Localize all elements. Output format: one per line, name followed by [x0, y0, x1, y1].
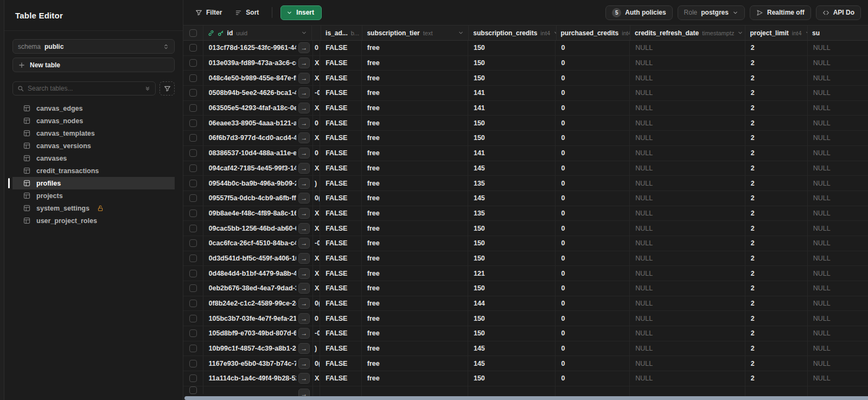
row-checkbox[interactable]	[189, 284, 197, 292]
expand-row-button[interactable]: →	[298, 268, 310, 279]
sidebar-item-canvas_versions[interactable]: canvas_versions	[12, 139, 175, 152]
cell-is_admin[interactable]: FALSE	[320, 236, 362, 251]
api-docs-button[interactable]: API Do	[816, 5, 861, 20]
expand-row-button[interactable]: →	[298, 358, 310, 369]
cell-purchased[interactable]: 0	[556, 221, 630, 236]
cell-frag[interactable]: X	[313, 101, 320, 116]
cell-id[interactable]: 013cf78d-1625-43fc-9961-442189...→	[203, 41, 313, 55]
role-select-button[interactable]: Role postgres	[678, 5, 745, 20]
row-checkbox[interactable]	[189, 44, 197, 52]
cell-frag[interactable]: )	[313, 341, 320, 356]
cell-id[interactable]: 0eb2b676-38ed-4ea7-9dad-38e6...→	[203, 281, 313, 296]
cell-tier[interactable]: free	[362, 191, 468, 206]
row-checkbox[interactable]	[189, 300, 197, 307]
cell-is_admin[interactable]: FALSE	[320, 146, 362, 161]
expand-row-button[interactable]: →	[298, 178, 310, 189]
expand-row-button[interactable]: →	[298, 328, 310, 339]
row-checkbox[interactable]	[189, 209, 197, 217]
cell-frag[interactable]: -0	[313, 326, 320, 341]
realtime-toggle-button[interactable]: Realtime off	[750, 5, 811, 20]
expand-row-button[interactable]: →	[298, 373, 310, 384]
cell-sub_credits[interactable]: 145	[468, 356, 556, 371]
chevron-down-icon[interactable]	[737, 30, 743, 36]
sidebar-item-system_settings[interactable]: system_settings	[12, 202, 175, 214]
expand-row-button[interactable]: →	[298, 313, 310, 324]
cell-tier[interactable]: free	[362, 296, 468, 311]
column-header-is-admin[interactable]: is_ad... b...	[321, 26, 362, 40]
row-checkbox[interactable]	[189, 180, 197, 187]
cell-is_admin[interactable]: FALSE	[320, 311, 362, 326]
cell-frag[interactable]: X	[313, 71, 320, 85]
cell-limit[interactable]: 2	[745, 296, 808, 311]
cell-tier[interactable]: free	[362, 206, 468, 221]
cell-frag[interactable]: 0(	[313, 191, 320, 206]
expand-row-button[interactable]: →	[298, 208, 310, 219]
cell-purchased[interactable]: 0	[556, 281, 630, 296]
cell-id[interactable]: 0d48e4d4-b1bf-4479-9a8b-4a4b...→	[203, 266, 313, 281]
cell-purchased[interactable]: 0	[556, 146, 630, 161]
cell-limit[interactable]: 2	[745, 251, 808, 266]
cell-is_admin[interactable]: FALSE	[320, 341, 362, 356]
cell-limit[interactable]: 2	[745, 116, 808, 130]
row-checkbox[interactable]	[189, 164, 197, 172]
horizontal-scrollbar[interactable]	[184, 396, 868, 400]
cell-limit[interactable]: 2	[745, 191, 808, 206]
cell-limit[interactable]: 2	[745, 206, 808, 221]
cell-id[interactable]: 11a114cb-1a4c-49f4-9b28-52219ec...→	[203, 371, 313, 386]
cell-refresh[interactable]: NULL	[630, 161, 745, 176]
sidebar-item-profiles[interactable]: profiles	[12, 177, 175, 189]
cell-last[interactable]: NULL	[808, 116, 868, 130]
cell-frag[interactable]: X	[313, 206, 320, 221]
cell-is_admin[interactable]: FALSE	[320, 251, 362, 266]
cell-last[interactable]: NULL	[808, 221, 868, 236]
cell-refresh[interactable]: NULL	[630, 356, 745, 371]
cell-refresh[interactable]: NULL	[630, 221, 745, 236]
cell-limit[interactable]: 2	[745, 86, 808, 100]
cell-is_admin[interactable]: FALSE	[320, 326, 362, 341]
row-checkbox[interactable]	[189, 386, 197, 394]
cell-sub_credits[interactable]: 145	[468, 161, 556, 176]
sidebar-item-canvas_nodes[interactable]: canvas_nodes	[12, 115, 175, 127]
cell-frag[interactable]: X	[313, 266, 320, 281]
cell-limit[interactable]: 2	[745, 41, 808, 55]
cell-is_admin[interactable]: FALSE	[320, 41, 362, 55]
cell-purchased[interactable]: 0	[556, 341, 630, 356]
cell-sub_credits[interactable]: 150	[468, 371, 556, 386]
cell-id[interactable]: 105d8bf9-e703-49bd-807d-645e...→	[203, 326, 313, 341]
cell-purchased[interactable]: 0	[556, 311, 630, 326]
sidebar-item-canvas_templates[interactable]: canvas_templates	[12, 127, 175, 139]
cell-limit[interactable]: 2	[745, 356, 808, 371]
cell-refresh[interactable]: NULL	[630, 116, 745, 130]
cell-is_admin[interactable]: FALSE	[320, 266, 362, 281]
cell-sub_credits[interactable]: 135	[468, 206, 556, 221]
cell-tier[interactable]: free	[362, 251, 468, 266]
cell-limit[interactable]: 2	[745, 71, 808, 85]
cell-refresh[interactable]: NULL	[630, 236, 745, 251]
cell-last[interactable]: NULL	[808, 281, 868, 296]
cell-frag[interactable]: X	[313, 251, 320, 266]
cell-purchased[interactable]: 0	[556, 56, 630, 71]
expand-row-button[interactable]: →	[298, 298, 310, 309]
cell-sub_credits[interactable]: 150	[468, 281, 556, 296]
cell-is_admin[interactable]: FALSE	[320, 296, 362, 311]
cell-sub_credits[interactable]: 144	[468, 296, 556, 311]
cell-last[interactable]: NULL	[808, 86, 868, 100]
cell-purchased[interactable]: 0	[556, 191, 630, 206]
cell-sub_credits[interactable]: 150	[468, 311, 556, 326]
cell-refresh[interactable]: NULL	[630, 311, 745, 326]
chevron-down-icon[interactable]	[458, 30, 464, 36]
expand-row-button[interactable]: →	[298, 148, 310, 158]
cell-limit[interactable]: 2	[745, 341, 808, 356]
cell-refresh[interactable]: NULL	[630, 146, 745, 161]
cell-sub_credits[interactable]: 150	[468, 236, 556, 251]
cell-refresh[interactable]: NULL	[630, 266, 745, 281]
cell-last[interactable]: NULL	[808, 161, 868, 176]
cell-limit[interactable]: 2	[745, 311, 808, 326]
cell-limit[interactable]: 2	[745, 131, 808, 145]
cell-tier[interactable]: free	[362, 71, 468, 85]
cell-last[interactable]: NULL	[808, 296, 868, 311]
row-checkbox[interactable]	[189, 134, 197, 142]
cell-last[interactable]: NULL	[808, 236, 868, 251]
cell-is_admin[interactable]: FALSE	[320, 356, 362, 371]
cell-last[interactable]: NULL	[808, 341, 868, 356]
